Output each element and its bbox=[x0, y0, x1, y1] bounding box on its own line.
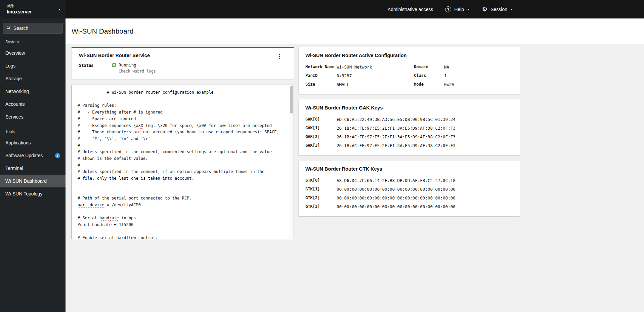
config-line: # bbox=[78, 162, 285, 169]
host-text: pi@ linuxserver bbox=[7, 4, 58, 15]
config-value: 1 bbox=[444, 73, 513, 78]
nav-section-label: System bbox=[0, 36, 66, 47]
misspelled-word: xXX bbox=[136, 123, 143, 128]
gak-key-value: 26:1B:AC:FE:97:E5:2E:F1:3A:E5:D9:AF:38:C… bbox=[337, 134, 513, 139]
host-name: linuxserver bbox=[7, 9, 58, 15]
masthead: pi@ linuxserver Administrative access ? … bbox=[0, 0, 644, 18]
search-input[interactable] bbox=[13, 26, 59, 31]
config-key: Mode bbox=[414, 82, 444, 87]
gtk-key-row: GTK[2]00:00:00:00:00:00:00:00:00:00:00:0… bbox=[305, 193, 513, 202]
gtk-keys-title: Wi-SUN Border Router GTK Keys bbox=[305, 166, 513, 172]
host-switcher[interactable]: pi@ linuxserver bbox=[0, 0, 66, 18]
sidebar-item-accounts[interactable]: Accounts bbox=[0, 98, 66, 110]
sidebar-item-label: Terminal bbox=[5, 166, 23, 171]
gak-keys-card: Wi-SUN Border Router GAK Keys GAK[0]ED:C… bbox=[299, 99, 520, 155]
chevron-down-icon bbox=[58, 9, 61, 10]
status-help-text: Check wsbrd logs bbox=[119, 69, 156, 74]
active-config-row: PanID0x3287Class1 bbox=[305, 71, 513, 80]
sidebar-item-wi-sun-topology[interactable]: Wi-SUN Topology bbox=[0, 187, 66, 200]
sidebar: SystemOverviewLogsStorageNetworkingAccou… bbox=[0, 18, 66, 312]
gtk-keys-card: Wi-SUN Border Router GTK Keys GTK[0]A8:D… bbox=[299, 161, 520, 216]
gtk-key-row: GTK[0]A8:D6:DC:7C:66:14:2F:B8:DB:DD:AF:F… bbox=[305, 176, 513, 185]
admin-access-label: Administrative access bbox=[388, 7, 433, 12]
search-box[interactable] bbox=[3, 23, 63, 34]
config-line bbox=[78, 228, 285, 235]
sidebar-item-label: Software Updates bbox=[5, 153, 43, 158]
gak-key-row: GAK[0]ED:C6:A5:22:49:3B:A3:56:E5:DB:90:9… bbox=[305, 115, 513, 124]
gak-key-row: GAK[1]26:1B:AC:FE:97:E5:2E:F1:3A:E5:D9:A… bbox=[305, 124, 513, 132]
active-config-grid: Network NameWi-SUN NetworkDomainNAPanID0… bbox=[305, 62, 513, 89]
status-group: Running Check wsbrd logs bbox=[112, 62, 156, 74]
gtk-key-value: 00:00:00:00:00:00:00:00:00:00:00:00:00:0… bbox=[337, 204, 513, 209]
sidebar-item-label: Applications bbox=[5, 140, 31, 145]
config-line: # - Spaces are ignored bbox=[78, 116, 285, 123]
config-key: Size bbox=[305, 82, 337, 87]
scrollbar[interactable] bbox=[289, 85, 294, 239]
sidebar-item-overview[interactable]: Overview bbox=[0, 47, 66, 59]
config-line bbox=[78, 209, 285, 215]
sidebar-item-terminal[interactable]: Terminal bbox=[0, 162, 66, 175]
status-line: Running bbox=[112, 62, 156, 68]
active-config-row: Network NameWi-SUN NetworkDomainNA bbox=[305, 62, 513, 71]
config-editor[interactable]: # Wi-SUN border router configuration exa… bbox=[72, 85, 294, 239]
misspelled-word: uart_device bbox=[78, 203, 104, 207]
config-line: uart_device = /dev/ttyACM0 bbox=[78, 202, 285, 209]
main-area: Wi-SUN Dashboard Wi-SUN Border Router Se… bbox=[66, 18, 644, 312]
gak-key-row: GAK[2]26:1B:AC:FE:97:E5:2E:F1:3A:E5:D9:A… bbox=[305, 132, 513, 141]
sync-icon bbox=[112, 63, 116, 67]
config-line bbox=[78, 96, 285, 103]
gak-key-value: ED:C6:A5:22:49:3B:A3:56:E5:DB:90:9B:5C:0… bbox=[337, 117, 513, 122]
config-value: Wi-SUN Network bbox=[337, 64, 414, 70]
kebab-menu-button[interactable]: ⋮ bbox=[274, 52, 285, 60]
sidebar-item-applications[interactable]: Applications bbox=[0, 136, 66, 149]
config-line: # Unless specified in the comment, comme… bbox=[78, 149, 285, 155]
config-key: Network Name bbox=[305, 64, 337, 69]
sidebar-item-wi-sun-dashboard[interactable]: Wi-SUN Dashboard bbox=[0, 175, 66, 187]
misspelled-word: hardflow bbox=[117, 235, 136, 239]
app-window: pi@ linuxserver Administrative access ? … bbox=[0, 0, 644, 312]
session-menu-button[interactable]: ⚙ Session bbox=[476, 0, 519, 18]
scrollbar-thumb[interactable] bbox=[290, 86, 293, 114]
nav-section: SystemOverviewLogsStorageNetworkingAccou… bbox=[0, 36, 66, 123]
sidebar-item-label: Services bbox=[5, 114, 24, 120]
config-line: # Enable serial hardflow control. bbox=[78, 235, 285, 239]
config-line: # Path of the serial port connected to t… bbox=[78, 195, 285, 202]
help-menu-button[interactable]: ? Help bbox=[439, 0, 476, 18]
active-config-row: SizeSMALLMode0x2A bbox=[305, 80, 513, 89]
sidebar-item-software-updates[interactable]: Software Updatesi bbox=[0, 149, 66, 162]
sidebar-item-label: Logs bbox=[5, 63, 15, 69]
host-user: pi@ bbox=[7, 4, 58, 9]
active-config-title: Wi-SUN Border Router Active Configuratio… bbox=[305, 53, 513, 58]
sidebar-item-label: Accounts bbox=[5, 101, 25, 107]
sidebar-item-storage[interactable]: Storage bbox=[0, 72, 66, 85]
config-line: # Unless specified in the comment, if an… bbox=[78, 169, 285, 175]
sidebar-item-services[interactable]: Services bbox=[0, 110, 66, 123]
gtk-keys-grid: GTK[0]A8:D6:DC:7C:66:14:2F:B8:DB:DD:AF:F… bbox=[305, 176, 513, 211]
sidebar-item-logs[interactable]: Logs bbox=[0, 59, 66, 72]
gear-icon: ⚙ bbox=[482, 6, 487, 12]
left-column: Wi-SUN Border Router Service ⋮ Status Ru… bbox=[72, 47, 294, 239]
config-line: # shown is the default value. bbox=[78, 155, 285, 162]
admin-access-button[interactable]: Administrative access bbox=[382, 0, 439, 18]
gtk-key-label: GTK[3] bbox=[305, 204, 337, 209]
config-line: # - Everything after # is ignored bbox=[78, 109, 285, 116]
config-value: 0x2A bbox=[444, 82, 513, 87]
right-column: Wi-SUN Border Router Active Configuratio… bbox=[299, 47, 520, 222]
config-line: # bbox=[78, 142, 285, 149]
content: Wi-SUN Border Router Service ⋮ Status Ru… bbox=[66, 44, 644, 247]
config-line: # Parsing rules: bbox=[78, 102, 285, 109]
sidebar-item-networking[interactable]: Networking bbox=[0, 85, 66, 98]
masthead-toolbar: Administrative access ? Help ⚙ Session bbox=[66, 0, 644, 18]
gak-key-row: GAK[3]26:1B:AC:FE:97:E5:2E:F1:3A:E5:D9:A… bbox=[305, 141, 513, 150]
gak-key-label: GAK[0] bbox=[305, 117, 337, 122]
active-config-card: Wi-SUN Border Router Active Configuratio… bbox=[299, 47, 520, 94]
gak-keys-title: Wi-SUN Border Router GAK Keys bbox=[305, 105, 513, 110]
gtk-key-row: GTK[3]00:00:00:00:00:00:00:00:00:00:00:0… bbox=[305, 202, 513, 211]
config-value: NA bbox=[444, 64, 513, 70]
sidebar-item-label: Storage bbox=[5, 76, 22, 81]
session-label: Session bbox=[490, 7, 507, 12]
nav-section-label: Tools bbox=[0, 126, 66, 136]
config-key: Class bbox=[414, 73, 444, 78]
config-line: # Wi-SUN border router configuration exa… bbox=[78, 89, 285, 96]
config-value: 0x3287 bbox=[337, 73, 414, 78]
